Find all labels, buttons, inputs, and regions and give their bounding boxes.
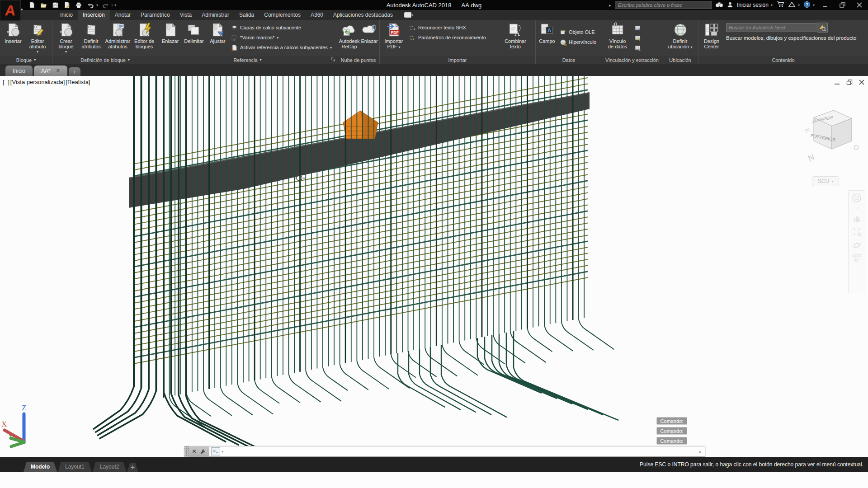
viewcube-compass-o[interactable]: O <box>853 143 860 152</box>
orbit-icon[interactable] <box>852 240 862 250</box>
importar-pdf-button[interactable]: PDF ImportarPDF ▾ <box>381 21 406 50</box>
panel-referencia-footer[interactable]: Referencia▾ <box>158 56 337 64</box>
tab-a360[interactable]: A360 <box>306 10 328 20</box>
layout-tab-layout1[interactable]: Layout1 <box>58 462 92 472</box>
qat-customize-chevron-icon[interactable]: ▾ <box>114 3 116 7</box>
sign-in-button[interactable]: Iniciar sesión <box>737 2 769 8</box>
recent-commands-chevron-icon[interactable]: ▾ <box>222 450 223 454</box>
file-tab-inicio[interactable]: Inicio <box>5 66 33 76</box>
command-line-bar[interactable]: ✕ >_ ▾ ▲ <box>184 446 705 457</box>
help-chevron-icon[interactable]: ▾ <box>813 3 815 7</box>
close-button[interactable] <box>853 0 866 9</box>
tab-insercion[interactable]: Inserción <box>78 10 110 20</box>
tab-vista[interactable]: Vista <box>175 10 197 20</box>
vinculo-de-datos-button[interactable]: Vínculode datos <box>604 21 632 49</box>
referencia-dialog-launcher-icon[interactable] <box>331 57 335 63</box>
seek-search-button[interactable] <box>817 23 828 33</box>
save-as-button[interactable] <box>62 1 71 9</box>
save-button[interactable] <box>51 1 60 9</box>
layout-tab-modelo[interactable]: Modelo <box>24 462 57 472</box>
help-icon[interactable]: ? <box>803 1 811 9</box>
command-close-icon[interactable]: ✕ <box>192 448 196 455</box>
parametros-reconocimiento-button[interactable]: PDF Parámetros de reconocimiento <box>407 33 501 42</box>
command-bar-grip[interactable] <box>184 446 189 457</box>
extract-data-button[interactable] <box>632 23 643 33</box>
editor-de-bloques-button[interactable]: Editor de bloques <box>132 21 156 49</box>
plot-button[interactable] <box>74 1 83 9</box>
search-binoculars-icon[interactable] <box>715 1 723 9</box>
viewcube-compass-n[interactable]: N <box>806 152 816 163</box>
combinar-texto-button[interactable]: A Combinar texto <box>502 21 528 49</box>
drawing-restore-icon[interactable] <box>846 79 853 87</box>
design-center-button[interactable]: DesignCenter <box>700 21 723 49</box>
command-customize-wrench-icon[interactable] <box>200 449 206 455</box>
restore-button[interactable] <box>835 0 849 9</box>
viewcube[interactable]: E SUPERIOR POSTERIOR N O <box>801 99 860 171</box>
variar-marcos-button[interactable]: (x) *Variar marcos*▾ <box>229 33 335 42</box>
panel-bloque-footer[interactable]: Bloque▾ <box>0 56 52 64</box>
tab-inicio[interactable]: Inicio <box>55 10 78 20</box>
help-search-input[interactable] <box>615 1 712 9</box>
scu-menu[interactable]: SCU▾ <box>812 176 839 186</box>
exchange-chevron-icon[interactable]: ▾ <box>798 3 800 7</box>
crear-bloque-button[interactable]: Crear bloque▾ <box>54 21 78 55</box>
definir-ubicacion-button[interactable]: Definirubicación ▾ <box>666 21 695 50</box>
activar-referencia-button[interactable]: Activar referencia a calcos subyacentes▾ <box>229 42 335 52</box>
layout-tab-layout2[interactable]: Layout2 <box>93 462 127 472</box>
redo-history-chevron-icon[interactable]: ▾ <box>111 3 113 7</box>
campo-button[interactable]: A Campo <box>537 21 557 44</box>
tab-anotar[interactable]: Anotar <box>110 10 136 20</box>
close-file-tab-icon[interactable]: ✕ <box>56 68 60 74</box>
ribbon-display-toggle[interactable]: ▾ <box>404 10 413 20</box>
drawing-close-icon[interactable] <box>859 79 864 87</box>
delimitar-button[interactable]: Delimitar <box>182 21 206 44</box>
definir-atributos-button[interactable]: Definir atributos <box>79 21 104 49</box>
open-file-button[interactable] <box>39 1 48 9</box>
visual-style-control[interactable]: [Realista] <box>66 79 90 85</box>
autodesk-exchange-icon[interactable] <box>788 1 796 9</box>
wheel-menu-chevron-icon[interactable] <box>854 207 859 210</box>
file-tab-aa[interactable]: AA* ✕ <box>34 66 67 76</box>
tab-parametrico[interactable]: Paramétrico <box>136 10 175 20</box>
ajustar-button[interactable]: Ajustar <box>207 21 228 44</box>
upload-data-button[interactable] <box>632 33 643 42</box>
app-store-cart-icon[interactable] <box>776 1 784 9</box>
editar-atributo-button[interactable]: Editar atributo▾ <box>26 21 49 55</box>
command-scroll-up-icon[interactable]: ▲ <box>698 449 703 454</box>
enlazar-nube-button[interactable]: Enlazar <box>361 21 378 44</box>
search-collapse-arrow-icon[interactable]: ▸ <box>609 3 611 8</box>
command-prompt-icon[interactable]: >_ <box>211 447 220 455</box>
zoom-extents-icon[interactable] <box>852 227 862 237</box>
undo-button[interactable] <box>86 1 95 9</box>
sign-in-chevron-icon[interactable]: ▾ <box>771 3 773 7</box>
new-file-tab-button[interactable]: ＋ <box>69 67 80 76</box>
pan-hand-icon[interactable] <box>852 213 862 223</box>
viewport-menu-control[interactable]: [−] <box>3 79 9 85</box>
full-navigation-wheel-icon[interactable] <box>851 192 862 203</box>
drawing-minimize-icon[interactable] <box>834 79 840 87</box>
tab-salida[interactable]: Salida <box>234 10 259 20</box>
hipervinculo-button[interactable]: Hipervínculo <box>558 37 598 47</box>
autodesk-recap-button[interactable]: Autodesk ReCap <box>339 21 360 49</box>
app-menu-chevron-icon[interactable]: ▾ <box>21 7 23 12</box>
objeto-ole-button[interactable]: Objeto OLE <box>558 27 598 37</box>
undo-history-chevron-icon[interactable]: ▾ <box>96 3 98 7</box>
tab-administrar[interactable]: Administrar <box>197 10 234 20</box>
view-control[interactable]: [Vista personalizada] <box>10 79 65 85</box>
panel-definicion-footer[interactable]: Definición de bloque▾ <box>52 56 158 64</box>
new-layout-button[interactable]: ＋ <box>127 463 138 472</box>
tab-complementos[interactable]: Complementos <box>259 10 306 20</box>
tab-aplicaciones-destacadas[interactable]: Aplicaciones destacadas <box>328 10 398 20</box>
insertar-button[interactable]: Insertar <box>1 21 25 44</box>
capas-calco-button[interactable]: Capas de calco subyacente <box>229 23 335 33</box>
seek-search-input[interactable] <box>726 23 817 32</box>
download-from-source-button[interactable] <box>632 42 643 52</box>
show-motion-icon[interactable] <box>852 254 862 262</box>
reconocer-texto-shx-button[interactable]: PDFA Reconocer texto SHX <box>407 23 501 33</box>
enlazar-ref-button[interactable]: Enlazar <box>160 21 181 44</box>
autocad-app-button[interactable]: A <box>0 0 21 21</box>
new-file-button[interactable] <box>27 1 36 9</box>
redo-button[interactable] <box>101 1 110 9</box>
viewcube-compass-e[interactable]: E <box>804 127 811 134</box>
drawing-viewport[interactable]: [−] [Vista personalizada] [Realista] E S… <box>0 76 868 457</box>
